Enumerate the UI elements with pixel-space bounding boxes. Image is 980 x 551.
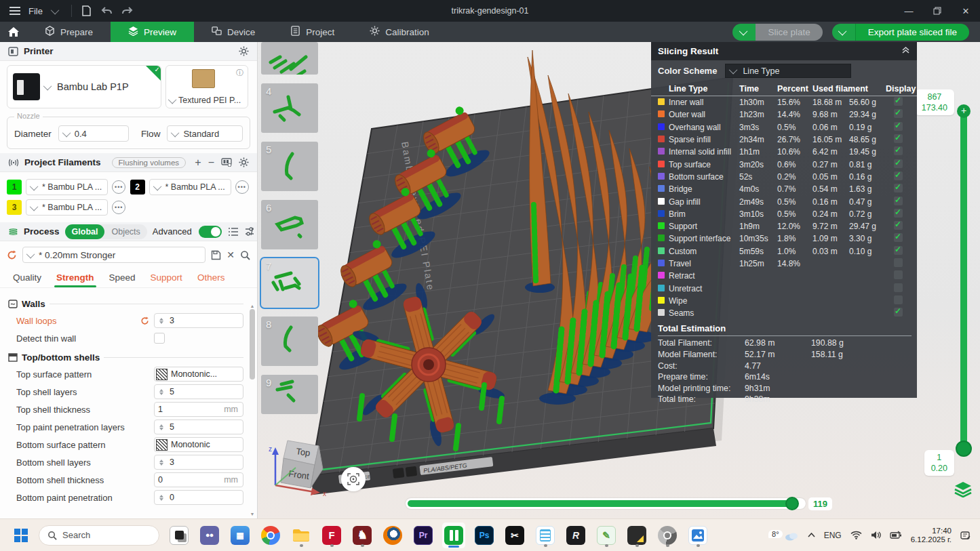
add-filament-icon[interactable]: + bbox=[195, 157, 201, 169]
filament-edit-button[interactable]: ••• bbox=[112, 201, 125, 214]
advanced-toggle[interactable] bbox=[199, 226, 222, 238]
step-slider-handle[interactable] bbox=[785, 497, 799, 510]
teams-taskbar-icon[interactable]: ꔷꔷ bbox=[198, 523, 221, 548]
navigation-cube[interactable]: Top Front z x bbox=[266, 426, 334, 497]
redo-icon[interactable] bbox=[121, 4, 134, 18]
plate-thumbnail-4[interactable]: 4 bbox=[261, 83, 318, 133]
weather-widget[interactable]: 8° bbox=[768, 530, 799, 541]
font-app-taskbar-icon[interactable]: F bbox=[320, 523, 343, 548]
filament-select[interactable]: * Bambu PLA ... bbox=[26, 199, 108, 216]
dark-folder-app-taskbar-icon[interactable] bbox=[625, 523, 648, 548]
tab-device[interactable]: Device bbox=[194, 22, 273, 42]
flushing-volumes-button[interactable]: Flushing volumes bbox=[112, 157, 186, 168]
display-checkbox[interactable] bbox=[894, 122, 903, 131]
bambu-studio-taskbar-icon[interactable] bbox=[442, 523, 465, 548]
process-tab-support[interactable]: Support bbox=[144, 270, 189, 287]
plate-thumbnail-7[interactable]: 7 bbox=[261, 258, 318, 308]
segment-objects[interactable]: Objects bbox=[104, 224, 146, 239]
process-tab-others[interactable]: Others bbox=[191, 270, 231, 287]
info-icon[interactable]: ⓘ bbox=[236, 68, 243, 78]
tab-project[interactable]: Project bbox=[273, 22, 352, 42]
chevron-down-icon[interactable] bbox=[50, 4, 63, 18]
pattern-select[interactable]: Monotonic bbox=[154, 437, 243, 452]
tab-calibration[interactable]: Calibration bbox=[352, 22, 447, 42]
premiere-pro-taskbar-icon[interactable]: Pr bbox=[412, 523, 435, 548]
plate-thumbnail-8[interactable]: 8 bbox=[261, 317, 318, 366]
filament-color-chip[interactable]: 3 bbox=[7, 200, 22, 215]
display-checkbox[interactable] bbox=[894, 134, 903, 143]
search-param-icon[interactable] bbox=[240, 250, 250, 260]
tune-filter-icon[interactable] bbox=[245, 227, 254, 236]
capcut-taskbar-icon[interactable]: ✂ bbox=[503, 523, 526, 548]
printer-settings-gear-icon[interactable] bbox=[239, 46, 249, 56]
filament-select[interactable]: * Bambu PLA ... bbox=[26, 179, 108, 195]
display-checkbox[interactable] bbox=[894, 246, 903, 255]
clear-preset-icon[interactable]: ✕ bbox=[227, 249, 235, 260]
display-checkbox[interactable] bbox=[894, 197, 903, 205]
preset-select[interactable]: * 0.20mm Stronger bbox=[22, 247, 205, 263]
camera-orientation-button[interactable] bbox=[341, 467, 366, 491]
restore-button[interactable] bbox=[923, 0, 952, 22]
segment-global[interactable]: Global bbox=[65, 224, 105, 239]
dark-red-app-taskbar-icon[interactable]: ♞ bbox=[351, 523, 374, 548]
filament-edit-button[interactable]: ••• bbox=[112, 180, 125, 194]
spinner-input[interactable]: 5 bbox=[154, 420, 243, 434]
display-checkbox[interactable] bbox=[894, 283, 903, 292]
reset-preset-icon[interactable] bbox=[7, 250, 17, 260]
slice-dropdown-chevron[interactable] bbox=[732, 24, 756, 41]
value-input[interactable]: 1mm bbox=[154, 402, 243, 417]
display-checkbox[interactable] bbox=[894, 146, 903, 155]
filament-color-chip[interactable]: 1 bbox=[7, 180, 22, 195]
file-explorer-taskbar-icon[interactable] bbox=[290, 523, 313, 548]
home-button[interactable] bbox=[0, 22, 27, 42]
blender-taskbar-icon[interactable] bbox=[381, 523, 404, 548]
filament-settings-gear-icon[interactable] bbox=[239, 157, 249, 167]
spinner-input[interactable]: 0 bbox=[154, 490, 243, 505]
sidebar-scrollbar[interactable]: ▲ ▼ bbox=[250, 304, 256, 516]
notes-app-taskbar-icon[interactable] bbox=[534, 523, 557, 548]
menu-burger-icon[interactable] bbox=[8, 4, 22, 18]
param-reset-icon[interactable] bbox=[140, 317, 151, 325]
plate-thumbnail-9[interactable]: 9 bbox=[261, 375, 318, 414]
taskbar-search[interactable]: Search bbox=[39, 525, 159, 546]
volume-icon[interactable] bbox=[871, 531, 881, 539]
plate-thumbnail-5[interactable]: 5 bbox=[261, 142, 318, 191]
step-slider[interactable] bbox=[406, 498, 806, 509]
undo-icon[interactable] bbox=[100, 4, 114, 18]
color-scheme-select[interactable]: Line Type bbox=[725, 64, 851, 78]
rhino-taskbar-icon[interactable]: R bbox=[564, 523, 587, 548]
ams-sync-icon[interactable] bbox=[221, 158, 232, 167]
display-checkbox[interactable] bbox=[894, 209, 903, 218]
filament-select[interactable]: * Bambu PLA ... bbox=[149, 179, 231, 195]
plate-type-card[interactable]: ⓘ Textured PEI P... bbox=[165, 65, 248, 108]
export-dropdown-chevron[interactable] bbox=[832, 24, 855, 41]
plate-thumbnail-top[interactable] bbox=[261, 42, 318, 75]
display-checkbox[interactable] bbox=[894, 258, 903, 267]
tab-preview[interactable]: Preview bbox=[111, 22, 194, 42]
value-input[interactable]: 0mm bbox=[154, 472, 243, 487]
save-preset-icon[interactable] bbox=[211, 250, 221, 260]
process-tab-quality[interactable]: Quality bbox=[7, 270, 47, 287]
export-plate-button[interactable]: Export plate sliced file bbox=[832, 24, 969, 41]
language-indicator[interactable]: ENG bbox=[824, 531, 842, 540]
chrome-taskbar-icon[interactable] bbox=[259, 523, 282, 548]
notepad-plus-taskbar-icon[interactable]: ✎ bbox=[595, 523, 618, 548]
plate-thumbnail-6[interactable]: 6 bbox=[261, 200, 318, 249]
notification-icon[interactable] bbox=[960, 531, 971, 540]
display-checkbox[interactable] bbox=[894, 308, 903, 317]
process-tab-speed[interactable]: Speed bbox=[103, 270, 142, 287]
save-file-icon[interactable] bbox=[80, 4, 94, 18]
layer-slider[interactable]: + bbox=[960, 110, 967, 450]
calculator-taskbar-icon[interactable]: ▦ bbox=[229, 523, 252, 548]
spinner-input[interactable]: 5 bbox=[154, 384, 243, 399]
collapse-panel-icon[interactable] bbox=[901, 46, 910, 56]
chrome-grey-taskbar-icon[interactable] bbox=[656, 523, 679, 548]
filament-edit-button[interactable]: ••• bbox=[235, 180, 249, 194]
display-checkbox[interactable] bbox=[894, 270, 903, 279]
display-checkbox[interactable] bbox=[894, 233, 903, 242]
process-tab-strength[interactable]: Strength bbox=[50, 270, 100, 287]
checkbox[interactable] bbox=[154, 333, 165, 344]
layer-slider-plus[interactable]: + bbox=[957, 104, 971, 118]
tray-expand-chevron[interactable] bbox=[808, 533, 815, 537]
task-view-taskbar-icon[interactable] bbox=[168, 523, 191, 548]
